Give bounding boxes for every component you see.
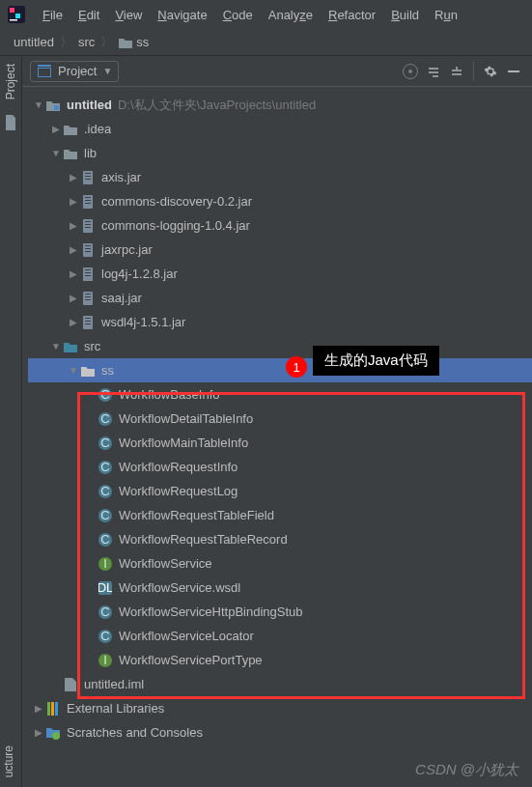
tree-arrow-icon[interactable] <box>67 172 80 183</box>
tree-label: wsdl4j-1.5.1.jar <box>101 315 185 329</box>
svg-rect-2 <box>15 14 20 18</box>
file-icon <box>63 677 78 692</box>
svg-rect-63 <box>55 702 58 716</box>
panel-title: Project <box>58 64 97 78</box>
menu-view[interactable]: View <box>107 5 150 25</box>
tree-row[interactable]: CWorkflowMainTableInfo <box>28 431 532 455</box>
tree-arrow-icon[interactable] <box>67 220 80 231</box>
tree-label: axis.jar <box>101 170 141 184</box>
tree-arrow-icon[interactable] <box>67 268 80 279</box>
tree-label: .idea <box>84 122 111 136</box>
tree-label: WorkflowDetailTableInfo <box>119 411 253 426</box>
project-tree[interactable]: untitledD:\私人文件夹\JavaProjects\untitled.i… <box>22 87 532 783</box>
project-icon <box>37 64 52 79</box>
tree-row[interactable]: .idea <box>28 117 532 141</box>
menu-edit[interactable]: Edit <box>70 5 107 25</box>
tree-arrow-icon[interactable] <box>32 703 45 714</box>
tree-arrow-icon[interactable] <box>67 293 80 303</box>
svg-rect-8 <box>54 105 59 110</box>
folder-icon <box>119 37 132 48</box>
tree-arrow-icon[interactable] <box>49 341 63 351</box>
tree-row[interactable]: CWorkflowRequestTableField <box>28 503 532 527</box>
tree-row[interactable]: External Libraries <box>28 696 532 720</box>
tree-row[interactable]: untitled.iml <box>28 672 532 696</box>
view-selector[interactable]: Project ▼ <box>30 61 119 82</box>
tree-row[interactable]: IWorkflowService <box>28 551 532 576</box>
file-icon[interactable] <box>4 115 17 133</box>
tree-arrow-icon[interactable] <box>67 317 80 327</box>
panel-actions <box>400 61 524 82</box>
tree-row[interactable]: src <box>28 334 532 358</box>
svg-rect-62 <box>51 702 54 716</box>
svg-rect-3 <box>10 19 17 21</box>
menu-navigate[interactable]: Navigate <box>150 5 214 25</box>
breadcrumb-ss[interactable]: ss <box>136 35 149 49</box>
tree-label: WorkflowBaseInfo <box>119 387 220 402</box>
watermark: CSDN @小犹太 <box>415 761 518 779</box>
tree-label: ss <box>101 363 114 378</box>
tree-row[interactable]: ss <box>28 358 532 382</box>
project-panel: Project ▼ untitledD:\私人文件夹\JavaProjects\… <box>21 56 532 787</box>
tree-arrow-icon[interactable] <box>32 727 45 738</box>
tree-arrow-icon[interactable] <box>67 365 80 376</box>
tree-row[interactable]: DLWorkflowService.wsdl <box>28 576 532 600</box>
divider <box>473 62 474 81</box>
menu-refactor[interactable]: Refactor <box>321 5 383 25</box>
jar-icon <box>80 315 96 330</box>
annotation-callout: 生成的Java代码 <box>313 346 439 376</box>
tree-row[interactable]: saaj.jar <box>28 286 532 310</box>
tree-arrow-icon[interactable] <box>67 244 80 255</box>
svg-rect-1 <box>10 8 14 13</box>
menu-build[interactable]: Build <box>383 5 427 25</box>
tree-arrow-icon[interactable] <box>32 99 45 110</box>
tree-row[interactable]: axis.jar <box>28 165 532 189</box>
tree-row[interactable]: IWorkflowServicePortType <box>28 648 532 672</box>
tree-row[interactable]: log4j-1.2.8.jar <box>28 262 532 286</box>
menu-code[interactable]: Code <box>215 5 261 25</box>
tree-row[interactable]: CWorkflowRequestTableRecord <box>28 527 532 551</box>
tree-row[interactable]: CWorkflowDetailTableInfo <box>28 407 532 431</box>
tree-row[interactable]: lib <box>28 141 532 165</box>
tree-row[interactable]: Scratches and Consoles <box>28 720 532 745</box>
tree-label: untitled <box>67 98 112 112</box>
tree-label: WorkflowService.wsdl <box>119 580 240 595</box>
select-opened-file-icon[interactable] <box>400 61 421 82</box>
tree-arrow-icon[interactable] <box>49 124 63 134</box>
settings-icon[interactable] <box>480 61 501 82</box>
tree-row[interactable]: CWorkflowBaseInfo <box>28 382 532 407</box>
tree-row[interactable]: commons-logging-1.0.4.jar <box>28 213 532 238</box>
jar-icon <box>80 291 96 306</box>
expand-all-icon[interactable] <box>423 61 444 82</box>
tree-row[interactable]: commons-discovery-0.2.jar <box>28 189 532 213</box>
menu-file[interactable]: FFileile <box>35 5 70 25</box>
collapse-all-icon[interactable] <box>446 61 467 82</box>
tab-project[interactable]: Project <box>2 56 19 107</box>
tree-row[interactable]: untitledD:\私人文件夹\JavaProjects\untitled <box>28 93 532 117</box>
tree-label: untitled.iml <box>84 677 144 691</box>
tree-arrow-icon[interactable] <box>67 196 80 207</box>
tree-label: WorkflowServiceLocator <box>119 629 254 643</box>
breadcrumb-src[interactable]: src <box>78 35 95 49</box>
svg-rect-15 <box>85 200 91 201</box>
svg-rect-23 <box>85 248 91 249</box>
panel-header: Project ▼ <box>22 56 532 87</box>
class-icon: C <box>98 460 113 475</box>
menubar: FFileile Edit View Navigate Code Analyze… <box>0 0 532 29</box>
svg-text:C: C <box>100 485 109 498</box>
tab-structure[interactable]: ucture <box>0 742 17 781</box>
tree-row[interactable]: CWorkflowServiceHttpBindingStub <box>28 600 532 624</box>
tree-label: WorkflowService <box>119 556 212 571</box>
tree-arrow-icon[interactable] <box>49 148 63 158</box>
menu-run[interactable]: Run <box>427 5 465 25</box>
tree-row[interactable]: wsdl4j-1.5.1.jar <box>28 310 532 334</box>
tree-row[interactable]: jaxrpc.jar <box>28 238 532 262</box>
chevron-down-icon: ▼ <box>102 66 112 76</box>
minimize-icon[interactable] <box>503 61 524 82</box>
breadcrumb-project[interactable]: untitled <box>14 35 54 49</box>
menu-analyze[interactable]: Analyze <box>261 5 321 25</box>
svg-rect-35 <box>85 321 91 322</box>
tree-row[interactable]: CWorkflowServiceLocator <box>28 624 532 648</box>
tree-row[interactable]: CWorkflowRequestLog <box>28 479 532 503</box>
svg-rect-22 <box>85 245 91 246</box>
tree-row[interactable]: CWorkflowRequestInfo <box>28 455 532 479</box>
